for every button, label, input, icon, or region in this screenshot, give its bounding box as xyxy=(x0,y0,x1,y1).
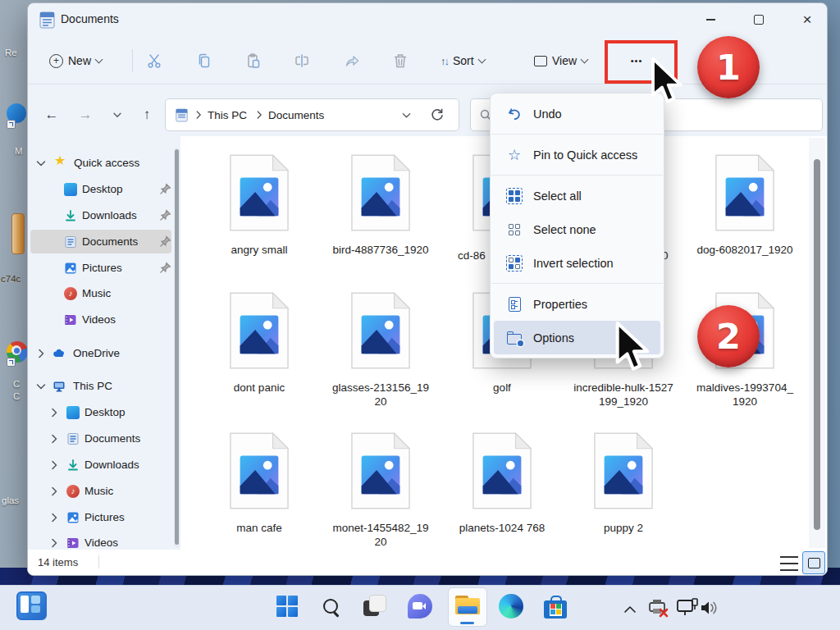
widgets-button[interactable] xyxy=(16,591,47,620)
menu-item-undo[interactable]: Undo xyxy=(494,97,660,130)
menu-item-properties[interactable]: Properties xyxy=(494,287,660,321)
desktop-icon-label-frag1[interactable]: C xyxy=(13,379,20,389)
file-item[interactable]: man cafe xyxy=(199,431,320,549)
file-item[interactable]: dont panic xyxy=(199,291,320,409)
scrollbar-thumb[interactable] xyxy=(814,159,820,530)
sidebar-item-this-pc[interactable]: This PC xyxy=(28,375,174,398)
file-item[interactable]: puppy 2 xyxy=(563,431,684,549)
chevron-right-icon[interactable] xyxy=(48,406,61,419)
maximize-button[interactable] xyxy=(741,5,777,34)
file-item[interactable]: glasses-213156_1920 xyxy=(320,291,441,409)
printer-disconnected-icon[interactable] xyxy=(646,598,671,619)
file-explorer-taskbar-button[interactable] xyxy=(448,587,487,627)
rename-button[interactable] xyxy=(287,46,317,75)
status-divider xyxy=(98,555,99,568)
tray-chevron-up-icon[interactable] xyxy=(623,605,637,614)
breadcrumb-documents[interactable]: Documents xyxy=(268,109,324,121)
delete-button[interactable] xyxy=(386,46,415,75)
sidebar-item-pc-pictures[interactable]: Pictures xyxy=(28,506,174,529)
sidebar-scrollbar[interactable] xyxy=(174,148,180,548)
close-icon: × xyxy=(802,11,811,29)
close-button[interactable]: × xyxy=(789,5,825,34)
sidebar-item-downloads[interactable]: Downloads xyxy=(28,204,174,227)
sidebar-item-quick-access[interactable]: ★ Quick access xyxy=(28,152,174,175)
address-bar[interactable]: This PC Documents xyxy=(165,98,459,131)
chevron-down-icon[interactable] xyxy=(34,380,48,393)
breadcrumb-this-pc[interactable]: This PC xyxy=(208,109,247,121)
file-item[interactable]: monet-1455482_1920 xyxy=(320,431,441,549)
chevron-down-icon xyxy=(112,109,123,121)
file-name-fragment[interactable]: cd-86 xyxy=(458,249,486,262)
refresh-icon[interactable] xyxy=(430,107,445,122)
sidebar-item-pc-documents[interactable]: Documents xyxy=(28,427,174,450)
pin-icon xyxy=(159,235,171,248)
status-bar: 14 items xyxy=(28,550,827,575)
sidebar-item-pc-desktop[interactable]: Desktop xyxy=(28,401,174,424)
taskbar-search-button[interactable] xyxy=(314,590,347,623)
chevron-right-icon[interactable] xyxy=(34,347,48,360)
folder-icon xyxy=(455,596,480,614)
file-name: maldives-1993704_1920 xyxy=(694,381,796,409)
file-item[interactable]: angry small xyxy=(199,153,320,257)
sort-button[interactable]: ↑↓ Sort xyxy=(441,46,485,75)
file-item[interactable]: dog-6082017_1920 xyxy=(684,153,806,257)
chevron-right-icon[interactable] xyxy=(48,536,61,550)
recent-locations-button[interactable] xyxy=(105,103,130,126)
forward-button[interactable]: → xyxy=(73,103,98,126)
paste-button[interactable] xyxy=(239,46,268,75)
start-button[interactable] xyxy=(271,590,304,623)
menu-item-pin-to-quick-access[interactable]: ☆ Pin to Quick access xyxy=(494,138,660,171)
chevron-right-icon[interactable] xyxy=(48,485,61,498)
chevron-right-icon[interactable] xyxy=(48,511,61,524)
sidebar-item-pc-music[interactable]: ♪ Music xyxy=(28,480,174,503)
desktop-icon-label-c74c[interactable]: c74c xyxy=(1,274,21,284)
network-display-icon[interactable] xyxy=(676,597,699,619)
desktop-icon-object[interactable] xyxy=(11,213,25,254)
file-name: angry small xyxy=(208,243,310,257)
sidebar-item-label: Videos xyxy=(82,313,116,326)
chevron-down-icon[interactable] xyxy=(34,157,48,170)
up-button[interactable]: ↑ xyxy=(135,103,159,126)
menu-item-invert-selection[interactable]: Invert selection xyxy=(494,246,660,280)
file-item[interactable]: planets-1024 768 xyxy=(441,431,563,549)
store-button[interactable] xyxy=(539,590,572,623)
volume-icon[interactable] xyxy=(699,599,722,617)
chevron-down-icon[interactable] xyxy=(400,109,413,121)
file-item[interactable]: bird-4887736_1920 xyxy=(320,153,441,257)
sidebar-item-pc-downloads[interactable]: Downloads xyxy=(28,454,174,477)
task-view-button[interactable] xyxy=(358,590,390,623)
details-view-toggle[interactable] xyxy=(780,556,798,571)
desktop-icon-label-glas[interactable]: glas xyxy=(2,495,19,505)
content-scrollbar[interactable] xyxy=(809,138,825,548)
menu-item-select-all[interactable]: Select all xyxy=(494,179,660,212)
back-button[interactable]: ← xyxy=(39,103,64,126)
sidebar-item-documents[interactable]: Documents xyxy=(28,231,174,253)
desktop-icon-label-m[interactable]: M xyxy=(15,146,23,156)
sidebar-item-label: Music xyxy=(84,485,113,497)
menu-item-select-none[interactable]: Select none xyxy=(494,212,660,246)
chat-button[interactable] xyxy=(404,590,436,623)
sidebar-item-pictures[interactable]: Pictures xyxy=(28,257,174,280)
sidebar-item-videos[interactable]: Videos xyxy=(28,308,174,331)
see-more-context-menu: Undo ☆ Pin to Quick access Select all Se… xyxy=(490,93,664,358)
sidebar-item-desktop[interactable]: Desktop xyxy=(28,178,174,201)
pin-icon xyxy=(159,209,171,221)
sidebar-item-music[interactable]: ♪ Music xyxy=(28,282,174,305)
share-button[interactable] xyxy=(337,46,367,75)
edge-button[interactable] xyxy=(495,590,527,623)
sidebar-item-label: Music xyxy=(82,287,111,299)
minimize-button[interactable] xyxy=(692,5,728,34)
sidebar-item-onedrive[interactable]: OneDrive xyxy=(28,342,174,365)
desktop-icon-label-frag2[interactable]: C xyxy=(13,391,20,401)
pictures-icon xyxy=(64,262,77,275)
cut-button[interactable] xyxy=(139,46,169,75)
chevron-right-icon[interactable] xyxy=(48,432,61,445)
view-button[interactable]: View xyxy=(534,46,587,75)
new-button[interactable]: + New xyxy=(49,46,102,75)
chevron-right-icon[interactable] xyxy=(48,459,61,472)
scrollbar-thumb[interactable] xyxy=(175,149,179,545)
title-bar[interactable]: Documents × xyxy=(28,3,827,36)
copy-button[interactable] xyxy=(189,46,219,75)
thumbnail-view-toggle[interactable] xyxy=(802,551,825,574)
desktop-icon-label-recycle[interactable]: Re xyxy=(5,48,17,57)
